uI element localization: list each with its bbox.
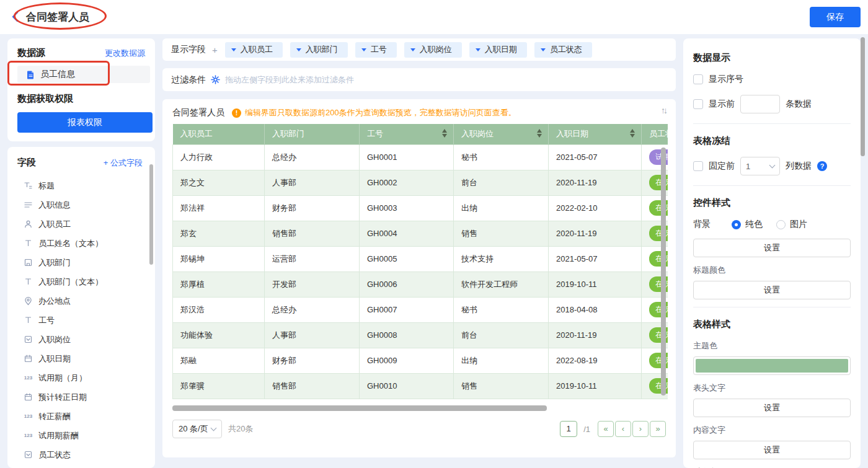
first-page-button[interactable]: « (598, 421, 614, 437)
table-row: 郑汉浩总经办GH0007秘书2018-04-08在职 (173, 297, 668, 322)
page-number-input[interactable]: 1 (560, 421, 577, 437)
table-cell: 销售部 (265, 373, 360, 399)
table-vertical-scrollbar[interactable] (661, 148, 666, 395)
field-item[interactable]: 123试用期薪酬 (17, 426, 148, 445)
back-icon[interactable] (10, 11, 22, 23)
add-display-field-button[interactable]: + (212, 45, 218, 55)
sort-icon[interactable] (537, 129, 542, 138)
bg-image-radio[interactable]: 图片 (776, 219, 807, 230)
table-row: 郑厚植开发部GH0006软件开发工程师2019-10-11在职 (173, 272, 668, 297)
background-label: 背景 (693, 219, 732, 230)
show-first-checkbox[interactable] (693, 99, 703, 109)
chip-label: 入职部门 (306, 44, 338, 55)
display-field-chip[interactable]: 入职岗位 (404, 42, 462, 58)
change-datasource-link[interactable]: 更改数据源 (105, 48, 145, 59)
table-cell: 秘书 (454, 144, 549, 170)
page-size-select[interactable]: 20 条/页 (172, 420, 222, 438)
freeze-count-value: 1 (746, 162, 750, 171)
help-icon[interactable]: ? (817, 161, 827, 171)
bg-solid-radio[interactable]: 纯色 (732, 219, 763, 230)
divider (693, 307, 851, 307)
field-item[interactable]: 123试用期（月） (17, 368, 148, 387)
display-field-chip[interactable]: 员工状态 (534, 42, 592, 58)
header-text-set-button[interactable]: 设置 (693, 399, 851, 417)
field-item[interactable]: 入职日期 (17, 349, 148, 368)
table-row: 郑肇骥销售部GH0010销售2019-10-11在职 (173, 373, 668, 399)
freeze-checkbox[interactable] (693, 161, 703, 171)
chevron-down-icon (231, 48, 236, 51)
gear-icon[interactable] (211, 75, 220, 84)
field-item-label: 入职日期 (38, 353, 71, 364)
display-field-chip[interactable]: 工号 (355, 42, 397, 58)
location-icon (24, 296, 33, 306)
field-item[interactable]: 预计转正日期 (17, 387, 148, 407)
title-color-set-button[interactable]: 设置 (693, 281, 851, 299)
add-formula-field-link[interactable]: + 公式字段 (104, 157, 143, 169)
content-text-set-button[interactable]: 设置 (693, 441, 851, 459)
column-header[interactable]: 工号 (360, 124, 454, 144)
freeze-count-select[interactable]: 1 (740, 157, 780, 175)
show-first-input[interactable] (740, 95, 780, 113)
next-page-button[interactable]: › (632, 421, 649, 437)
field-item[interactable]: 入职部门（文本） (17, 272, 148, 291)
table-cell: GH0002 (360, 170, 454, 195)
text-icon (24, 316, 33, 325)
display-field-chip[interactable]: 入职员工 (225, 42, 283, 58)
display-fields-bar: 显示字段 + 入职员工入职部门工号入职岗位入职日期员工状态 (162, 38, 676, 61)
field-item[interactable]: 工号 (17, 311, 148, 330)
column-header-label: 工号 (367, 129, 383, 138)
sort-icon[interactable] (630, 129, 635, 138)
table-row: 郑融财务部GH0009出纳2022-08-19在职 (173, 348, 668, 373)
divider (693, 123, 851, 124)
theme-color-swatch[interactable] (693, 356, 851, 375)
table-cell: 前台 (454, 170, 549, 195)
settings-panel-scrollbar[interactable] (861, 37, 865, 156)
total-count: 共20条 (228, 423, 253, 435)
table-cell: 开发部 (265, 272, 360, 297)
field-item[interactable]: 员工状态 (17, 445, 148, 464)
column-header[interactable]: 入职日期 (549, 124, 642, 144)
theme-color-label: 主题色 (693, 340, 851, 351)
field-item[interactable]: 标题 (17, 176, 148, 195)
datasource-item[interactable]: 员工信息 (17, 66, 150, 83)
field-item[interactable]: 入职信息 (17, 195, 148, 214)
field-item[interactable]: 入职员工 (17, 214, 148, 234)
display-field-chip[interactable]: 入职日期 (469, 42, 527, 58)
display-fields-label: 显示字段 (171, 44, 206, 55)
table-cell: 郑之文 (173, 170, 265, 195)
save-button[interactable]: 保存 (810, 7, 861, 27)
table-cell: GH0006 (360, 272, 454, 297)
settings-panel: 数据显示 显示序号 显示前 条数据 表格冻结 固定前 1 列数据 ? 控件样式 … (683, 38, 861, 468)
last-page-button[interactable]: » (650, 421, 666, 437)
divider (693, 185, 851, 186)
table-cell: 出纳 (454, 195, 549, 221)
filter-bar: 过滤条件 拖动左侧字段到此处来添加过滤条件 (162, 68, 676, 91)
background-set-button[interactable]: 设置 (693, 239, 851, 257)
datasource-title: 数据源 (17, 47, 45, 59)
report-permission-button[interactable]: 报表权限 (17, 112, 153, 133)
field-item[interactable]: 入职部门 (17, 253, 148, 272)
column-header[interactable]: 入职岗位 (454, 124, 549, 144)
fields-scrollbar[interactable] (149, 164, 153, 265)
sort-icon[interactable] (442, 129, 447, 138)
table-cell: 郑融 (173, 348, 265, 373)
text-icon (24, 277, 33, 286)
field-item[interactable]: 员工姓名（文本） (17, 234, 148, 253)
chevron-down-icon (410, 48, 415, 51)
chevron-down-icon (361, 48, 366, 51)
field-item[interactable]: 123转正薪酬 (17, 407, 148, 426)
show-index-checkbox[interactable] (693, 74, 703, 84)
table-horizontal-scrollbar[interactable] (172, 405, 547, 411)
display-field-chip[interactable]: 入职部门 (290, 42, 348, 58)
default-sort-icon[interactable]: ↑↓ (661, 105, 666, 115)
table-cell: 郑汉浩 (173, 297, 265, 322)
table-cell: 秘书 (454, 297, 549, 322)
freeze-suffix: 列数据 (786, 161, 812, 172)
table-row: 郑法祥财务部GH0003出纳2022-02-10在职 (173, 195, 668, 221)
column-header-label: 员工状态 (649, 129, 668, 138)
preview-notice: ! 编辑界面只取数据源前200条作为查询数据预览，完整数据请访问页面查看。 (232, 107, 516, 118)
field-item-label: 试用期（月） (38, 373, 87, 384)
field-item[interactable]: 入职岗位 (17, 330, 148, 349)
prev-page-button[interactable]: ‹ (615, 421, 631, 437)
field-item[interactable]: 办公地点 (17, 291, 148, 311)
